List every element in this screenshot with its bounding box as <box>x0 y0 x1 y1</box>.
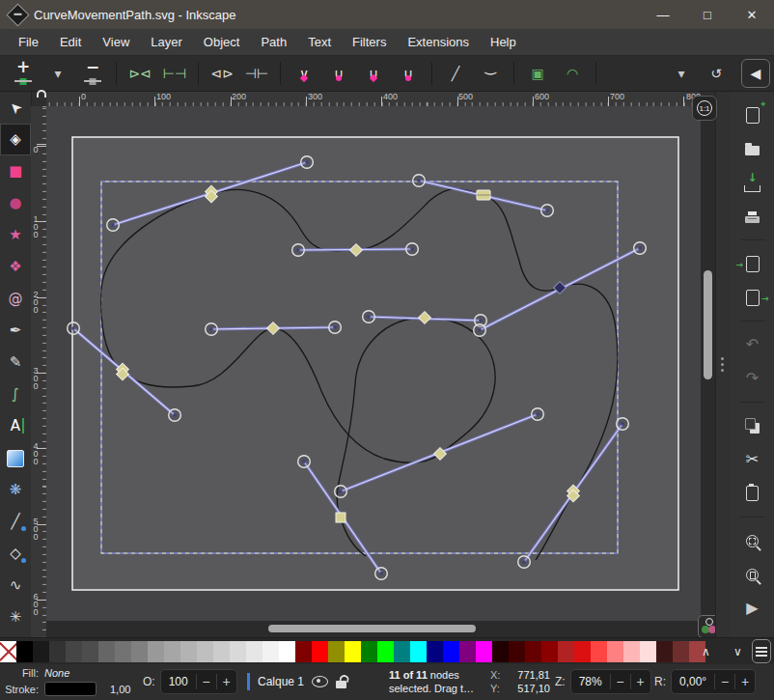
horizontal-ruler[interactable]: 0100200300400500600700800 <box>46 92 701 107</box>
palette-swatch[interactable] <box>312 641 328 662</box>
palette-menu-button[interactable] <box>752 639 771 663</box>
node-tool[interactable]: ◈ <box>0 124 31 155</box>
palette-swatch[interactable] <box>33 641 49 662</box>
palette-swatch[interactable] <box>328 641 345 662</box>
palette-swatch[interactable] <box>574 641 591 662</box>
palette-scroll-down-button[interactable]: ∨ <box>730 641 746 662</box>
palette-swatch[interactable] <box>148 641 164 662</box>
menu-filters[interactable]: Filters <box>342 35 397 49</box>
vertical-ruler[interactable]: 0100200300400500600 <box>31 106 47 637</box>
palette-swatch[interactable] <box>558 641 574 662</box>
menu-path[interactable]: Path <box>250 35 297 49</box>
insert-node-menu[interactable]: ▾ <box>45 60 70 87</box>
opacity-value[interactable]: 100 <box>161 675 196 688</box>
menu-object[interactable]: Object <box>193 35 251 49</box>
palette-scroll-up-button[interactable]: ∧ <box>698 641 714 662</box>
corner-node-button[interactable]: ∨ <box>291 60 317 87</box>
palette-swatch[interactable] <box>213 641 230 662</box>
rotation-increase-button[interactable]: + <box>734 674 755 689</box>
undo-button[interactable]: ↶ <box>741 334 764 355</box>
opacity-increase-button[interactable]: + <box>216 674 236 689</box>
menu-edit[interactable]: Edit <box>49 35 92 49</box>
menu-layer[interactable]: Layer <box>140 35 193 49</box>
pencil-tool[interactable]: ✎ <box>0 347 31 378</box>
layer-lock-open-icon[interactable] <box>336 681 346 688</box>
palette-swatch[interactable] <box>509 641 525 662</box>
palette-swatch[interactable] <box>410 641 427 662</box>
zoom-value[interactable]: 78% <box>571 675 610 688</box>
palette-swatch[interactable] <box>279 641 295 662</box>
import-button[interactable]: → <box>741 253 764 274</box>
palette-swatch[interactable] <box>131 641 148 662</box>
dropper-tool[interactable]: ╱ <box>0 506 31 538</box>
palette-swatch[interactable] <box>673 641 689 662</box>
save-document-button[interactable]: ↓ <box>741 172 764 193</box>
palette-swatch[interactable] <box>197 641 213 662</box>
symmetric-node-button[interactable]: ∪ <box>361 60 386 87</box>
menu-view[interactable]: View <box>92 35 140 49</box>
object-to-path-button[interactable]: ▣ <box>525 60 550 87</box>
star-tool[interactable]: ★ <box>0 219 31 251</box>
menu-help[interactable]: Help <box>480 35 527 49</box>
horizontal-scrollbar-thumb[interactable] <box>268 625 476 632</box>
delete-node-button[interactable]: − <box>80 60 105 87</box>
palette-swatch[interactable] <box>377 641 394 662</box>
paint-bucket-tool[interactable]: ◇ <box>0 538 31 570</box>
stroke-width-value[interactable]: 1,00 <box>102 684 141 695</box>
mesh-tool[interactable]: ❋ <box>0 474 31 506</box>
break-nodes-button[interactable]: ⊲⊳ <box>209 60 235 87</box>
palette-swatch[interactable] <box>295 641 312 662</box>
canvas-drawing[interactable] <box>46 106 701 621</box>
zoom-1-1-button[interactable]: 1:1 <box>692 96 717 121</box>
palette-swatch[interactable] <box>230 641 246 662</box>
palette-swatch[interactable] <box>427 641 443 662</box>
palette-swatch[interactable] <box>394 641 410 662</box>
text-tool[interactable]: A <box>0 410 31 442</box>
menu-text[interactable]: Text <box>297 35 342 49</box>
palette-swatch[interactable] <box>82 641 98 662</box>
palette-swatch[interactable] <box>591 641 607 662</box>
zoom-spinbox[interactable]: 78% − + <box>570 669 651 694</box>
canvas-viewport[interactable] <box>46 106 701 621</box>
maximize-button[interactable]: □ <box>685 0 730 29</box>
palette-swatch[interactable] <box>476 641 492 662</box>
spray-tool[interactable]: ✳ <box>0 602 31 633</box>
cut-button[interactable]: ✂ <box>741 449 764 470</box>
ellipse-tool[interactable]: ● <box>0 187 31 219</box>
zoom-decrease-button[interactable]: − <box>610 674 630 689</box>
palette-swatch[interactable] <box>361 641 377 662</box>
horizontal-scrollbar[interactable] <box>46 621 701 637</box>
palette-swatch[interactable] <box>164 641 180 662</box>
palette-swatch[interactable] <box>49 641 66 662</box>
tweak-tool[interactable]: ∿ <box>0 570 31 602</box>
duplicate-button[interactable] <box>741 415 764 436</box>
palette-swatch[interactable] <box>246 641 263 662</box>
palette-swatch[interactable] <box>656 641 673 662</box>
stroke-to-path-button[interactable]: ◠ <box>560 60 585 87</box>
opacity-decrease-button[interactable]: − <box>196 674 216 689</box>
palette-swatch[interactable] <box>66 641 82 662</box>
curve-segment-button[interactable]: ( <box>478 60 503 87</box>
opacity-spinbox[interactable]: 100 − + <box>160 669 237 694</box>
insert-node-button[interactable]: + <box>11 60 36 87</box>
palette-swatch[interactable] <box>541 641 558 662</box>
menu-file[interactable]: File <box>8 35 49 49</box>
gradient-tool[interactable] <box>0 442 31 474</box>
path-node[interactable] <box>336 513 346 522</box>
collapse-toolbar-button[interactable]: ◀ <box>741 59 770 88</box>
dock-resize-grip[interactable] <box>721 354 725 372</box>
paste-button[interactable] <box>741 483 764 504</box>
rotation-spinbox[interactable]: 0,00° − + <box>671 669 756 694</box>
more-commands-button[interactable]: ▶ <box>741 598 764 619</box>
redo-button[interactable]: ↷ <box>741 368 764 389</box>
selector-tool[interactable]: ➤ <box>0 92 31 124</box>
layer-name[interactable]: Calque 1 <box>258 675 304 688</box>
close-button[interactable]: ✕ <box>730 0 774 29</box>
zoom-selection-button[interactable] <box>741 530 764 551</box>
vertical-scrollbar-thumb[interactable] <box>704 270 712 379</box>
palette-swatch[interactable] <box>345 641 361 662</box>
delete-segment-button[interactable]: ⊣⊢ <box>244 60 269 87</box>
zoom-drawing-button[interactable] <box>741 564 764 585</box>
rectangle-tool[interactable]: ■ <box>0 155 31 187</box>
palette-swatch[interactable] <box>623 641 640 662</box>
